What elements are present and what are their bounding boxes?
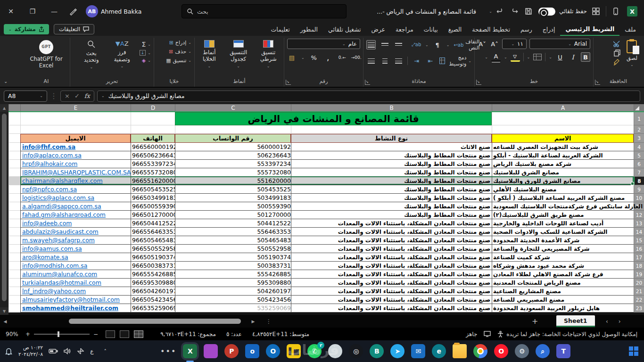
whatsapp-business-icon[interactable]: B bbox=[370, 344, 384, 358]
header-cell-phone[interactable]: الهاتف bbox=[131, 134, 175, 143]
cell-activity-B13[interactable]: صنع منتجات المعادن المشكلة، باستثناء الا… bbox=[291, 219, 492, 228]
cell-whatsapp-C9[interactable]: 505453525 bbox=[175, 185, 291, 194]
orientation-icon[interactable]: ab⤢ bbox=[412, 40, 421, 49]
font-dialog-launcher[interactable]: ↘ bbox=[476, 80, 481, 85]
cell-phone-D6[interactable]: 966553397234 bbox=[131, 160, 175, 168]
cell-C2[interactable] bbox=[175, 125, 291, 134]
underline-button[interactable]: U bbox=[555, 52, 565, 62]
whatsapp-icon[interactable]: ✆٢ bbox=[307, 344, 322, 358]
vertical-scrollbar[interactable]: ▲ ▼ bbox=[0, 104, 8, 315]
align-middle-icon[interactable] bbox=[366, 40, 376, 49]
airplane-mode-icon[interactable] bbox=[77, 348, 84, 354]
cell-whatsapp-C7[interactable]: 555732080 bbox=[175, 168, 291, 177]
borders-icon[interactable] bbox=[533, 54, 542, 60]
column-header-E[interactable]: E bbox=[20, 104, 131, 111]
ribbon-tab[interactable]: الصيغ bbox=[443, 23, 467, 36]
cancel-entry-icon[interactable]: × bbox=[65, 92, 70, 99]
row-header-5[interactable]: 5 bbox=[634, 151, 644, 160]
header-cell-whatsapp[interactable]: رقم الواتساب bbox=[175, 134, 291, 143]
cell-F18[interactable] bbox=[8, 262, 20, 270]
opera-icon[interactable]: O bbox=[494, 344, 508, 358]
cell-F14[interactable] bbox=[8, 228, 20, 236]
cell-name-A10[interactable]: مصنع الشركة العربية لصناعة البلاستيك ( أ… bbox=[492, 194, 634, 202]
vertical-scroll-thumb[interactable] bbox=[2, 114, 7, 301]
cell-D1[interactable] bbox=[131, 112, 175, 125]
cell-phone-D15[interactable]: 966505465483 bbox=[131, 236, 175, 245]
cell-email-E6[interactable]: hrpf@alhokair.com bbox=[20, 160, 131, 168]
row-header-22[interactable]: 22 bbox=[634, 296, 644, 304]
font-size-combo[interactable]: ١١⌄ bbox=[502, 39, 527, 49]
cell-E1[interactable] bbox=[20, 112, 131, 125]
cell-whatsapp-C22[interactable]: 505423456 bbox=[175, 296, 291, 304]
cell-email-E16[interactable]: info@aamus.com.sa bbox=[20, 245, 131, 253]
cell-phone-D19[interactable]: 966555426885 bbox=[131, 270, 175, 279]
mobile-device-icon[interactable] bbox=[610, 3, 621, 19]
text-direction-icon[interactable]: ¶ bbox=[433, 40, 442, 49]
select-all-corner[interactable] bbox=[634, 104, 644, 111]
align-left-icon[interactable] bbox=[394, 56, 403, 66]
cell-F12[interactable] bbox=[8, 211, 20, 219]
cell-name-A13[interactable]: أديب لصناعة اللوحات الداخلية والخارجية bbox=[492, 219, 634, 228]
comments-button[interactable]: التعليقات bbox=[54, 24, 94, 34]
scrollbar-resize-grip[interactable]: ⋮ bbox=[266, 318, 272, 325]
horizontal-scroll-thumb[interactable] bbox=[69, 319, 241, 324]
cell-name-A22[interactable]: مصنع المصيريعي للصناعة bbox=[492, 296, 634, 304]
next-sheet-icon[interactable]: › bbox=[619, 318, 621, 325]
cell-activity-B4[interactable]: صنع الاثاث bbox=[291, 143, 492, 151]
cell-F7[interactable] bbox=[8, 168, 20, 177]
cell-F15[interactable] bbox=[8, 236, 20, 245]
cell-phone-D12[interactable]: 966501270000 bbox=[131, 211, 175, 219]
column-header-A[interactable]: A bbox=[492, 104, 634, 111]
ribbon-tab[interactable]: بيانات bbox=[419, 23, 443, 36]
decrease-decimal-icon[interactable]: .00→ bbox=[352, 53, 361, 62]
cell-A2[interactable] bbox=[492, 125, 634, 134]
find-select-button[interactable]: بحث وتحديد⌄ bbox=[78, 39, 105, 71]
cell-activity-B16[interactable]: صنع منتجات المعادن المشكلة، باستثناء الا… bbox=[291, 245, 492, 253]
cell-B2[interactable] bbox=[291, 125, 492, 134]
cell-F21[interactable] bbox=[8, 287, 20, 296]
row-header-23[interactable]: 23 bbox=[634, 304, 644, 313]
outlook-classic-icon[interactable]: o bbox=[245, 344, 259, 358]
cell-F6[interactable] bbox=[8, 160, 20, 168]
ribbon-tab[interactable]: المطور bbox=[295, 23, 323, 36]
cell-email-E14[interactable]: abdulaziz@saudicast.com bbox=[20, 228, 131, 236]
avatar[interactable]: AB bbox=[86, 5, 98, 17]
row-header-1[interactable]: 1 bbox=[634, 112, 644, 125]
merge-center-button[interactable]: دمج وتوسيط⌄ bbox=[439, 55, 471, 67]
increase-indent-icon[interactable]: ⇤ bbox=[426, 56, 435, 66]
cell-phone-D13[interactable]: 966504412522 bbox=[131, 219, 175, 228]
cell-phone-D14[interactable]: 966556463353 bbox=[131, 228, 175, 236]
row-header-15[interactable]: 15 bbox=[634, 236, 644, 245]
battery-icon[interactable] bbox=[49, 348, 58, 354]
gallery-icon[interactable] bbox=[204, 344, 218, 358]
document-title[interactable]: قائمة المصانع و المنشات في الرياض -... bbox=[358, 0, 476, 23]
header-cell-activity[interactable]: نوع النشاط bbox=[291, 134, 492, 143]
ink-pen-icon[interactable] bbox=[65, 3, 81, 19]
cell-phone-D16[interactable]: 966550552958 bbox=[131, 245, 175, 253]
cell-email-E12[interactable]: fahad.gm@alsharqroad.com bbox=[20, 211, 131, 219]
cell-whatsapp-C11[interactable]: 500559390 bbox=[175, 202, 291, 211]
cell-F16[interactable] bbox=[8, 245, 20, 253]
font-color-icon[interactable]: A bbox=[491, 52, 501, 62]
cell-name-A20[interactable]: مصنع الرياض للمنتجات المعدنية bbox=[492, 279, 634, 287]
row-header-2[interactable]: 2 bbox=[634, 125, 644, 134]
comma-style-icon[interactable]: , bbox=[323, 53, 333, 62]
format-as-table-button[interactable]: التنسيق كجدول⌄ bbox=[226, 39, 251, 70]
accessibility-status[interactable]: إمكانية الوصول لذوي الاحتياجات الخاصة: ج… bbox=[497, 331, 637, 337]
formula-input[interactable]: ⌄ مصانع الشرق للورق والبلاستيك bbox=[97, 90, 640, 102]
name-box[interactable]: A8⌄ bbox=[4, 90, 47, 102]
cell-email-E11[interactable]: a.algamdi@sappco.com.sa bbox=[20, 202, 131, 211]
hidden-icons-chevron-icon[interactable]: ˄ bbox=[104, 348, 107, 354]
wrap-text-button[interactable]: ab↩التفاف النص bbox=[454, 39, 479, 51]
cell-F19[interactable] bbox=[8, 270, 20, 279]
align-bottom-icon[interactable] bbox=[394, 40, 403, 49]
horizontal-scrollbar[interactable] bbox=[12, 318, 248, 325]
cell-whatsapp-C12[interactable]: 501270000 bbox=[175, 211, 291, 219]
telegram-icon[interactable]: ➤ bbox=[390, 344, 405, 358]
taskbar-clock[interactable]: ١٠:٢٢ ص ٢٠٢٤/٢٢/٠٨ bbox=[18, 345, 43, 357]
undo-icon[interactable] bbox=[494, 3, 506, 19]
zoom-in-icon[interactable]: + bbox=[25, 331, 30, 337]
ribbon-tab[interactable]: تشغيل تلقائي bbox=[323, 23, 366, 36]
insert-function-icon[interactable]: fx bbox=[84, 92, 90, 99]
cell-phone-D8[interactable]: 966551620000 bbox=[131, 177, 175, 185]
